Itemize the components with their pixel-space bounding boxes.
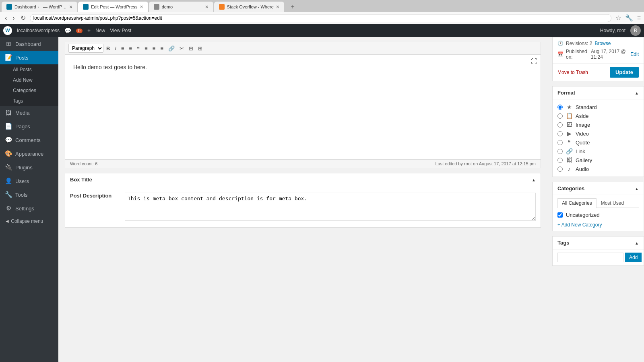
collapse-menu[interactable]: ◄ Collapse menu (0, 215, 58, 227)
comments-icon[interactable]: 💬 (64, 27, 71, 34)
meta-box-header[interactable]: Box Title (65, 173, 541, 186)
insert-table-button[interactable]: ⊞ (187, 44, 195, 53)
submenu-categories[interactable]: Categories (0, 85, 58, 96)
format-radio-standard[interactable] (557, 105, 563, 110)
format-radio-link[interactable] (557, 149, 563, 154)
format-radio-image[interactable] (557, 122, 563, 128)
forward-button[interactable]: › (11, 14, 16, 23)
sidebar-item-comments[interactable]: 💬 Comments (0, 133, 58, 147)
format-option-aside: 📋 Aside (557, 111, 639, 120)
comments-sidebar-icon: 💬 (5, 136, 12, 144)
sidebar-label-users: Users (15, 178, 29, 184)
category-checkbox-uncategorized[interactable] (557, 212, 563, 218)
format-box-header[interactable]: Format (553, 86, 644, 99)
align-center-button[interactable]: ≡ (151, 44, 158, 53)
sidebar-item-dashboard[interactable]: ⊞ Dashboard (0, 37, 58, 51)
submenu-tags[interactable]: Tags (0, 96, 58, 106)
view-post-link[interactable]: View Post (110, 28, 131, 33)
plus-icon: + (87, 27, 91, 34)
tab4-close[interactable]: × (276, 4, 279, 10)
tags-box-header[interactable]: Tags (553, 237, 644, 249)
tab-1[interactable]: Dashboard ← — WordPress × (2, 2, 77, 12)
tab3-close[interactable]: × (205, 4, 208, 10)
sidebar: ⊞ Dashboard 📝 Posts All Posts Add New Ca… (0, 37, 58, 362)
format-radio-video[interactable] (557, 131, 563, 136)
bookmark-icon[interactable]: ☆ (615, 14, 621, 22)
meta-box-textarea[interactable]: This is meta box content and description… (125, 193, 536, 221)
image-icon: 🖼 (566, 121, 572, 128)
published-date: Aug 17, 2017 @ 11:24 (591, 49, 628, 60)
url-input[interactable] (30, 14, 611, 22)
tab-2[interactable]: Edit Post — WordPress × (78, 2, 148, 12)
new-link[interactable]: New (95, 28, 105, 33)
paragraph-select[interactable]: Paragraph (68, 44, 103, 53)
format-radio-audio[interactable] (557, 167, 563, 172)
tab-most-used[interactable]: Most Used (597, 198, 628, 208)
format-label-audio: Audio (576, 166, 589, 172)
add-category-link[interactable]: + Add New Category (557, 222, 602, 228)
sidebar-label-settings: Settings (15, 206, 34, 212)
editor-content[interactable]: Hello demo text goes to here. (73, 63, 533, 151)
insert-table2-button[interactable]: ⊞ (196, 44, 204, 53)
sidebar-item-users[interactable]: 👤 Users (0, 174, 58, 188)
tags-input[interactable] (557, 253, 623, 262)
unordered-list-button[interactable]: ≡ (127, 44, 134, 53)
menu-icon[interactable]: ≡ (637, 14, 641, 22)
fullscreen-button[interactable]: ⛶ (531, 58, 537, 65)
users-icon: 👤 (5, 177, 12, 185)
sidebar-item-appearance[interactable]: 🎨 Appearance (0, 147, 58, 160)
dashboard-icon: ⊞ (5, 40, 12, 47)
blockquote-button[interactable]: ❝ (135, 44, 142, 53)
submenu-add-new[interactable]: Add New (0, 75, 58, 85)
categories-box-header[interactable]: Categories (553, 182, 644, 195)
extensions-icon[interactable]: 🔧 (625, 14, 633, 22)
tab-4[interactable]: Stack Overflow - Where × (214, 2, 284, 12)
format-toggle-icon (635, 90, 639, 96)
tab2-close[interactable]: × (140, 4, 143, 10)
align-left-button[interactable]: ≡ (142, 44, 150, 53)
wp-logo: W (3, 26, 12, 35)
format-radio-quote[interactable] (557, 140, 563, 145)
meta-box-body: Post Description This is meta box conten… (65, 186, 541, 227)
sidebar-item-posts[interactable]: 📝 Posts (0, 51, 58, 64)
add-tag-button[interactable]: Add (625, 253, 642, 262)
format-radio-gallery[interactable] (557, 158, 563, 163)
bold-button[interactable]: B (104, 44, 112, 53)
sidebar-label-pages: Pages (15, 123, 30, 130)
site-name[interactable]: localhost/wordpress (17, 28, 60, 33)
submenu-all-posts[interactable]: All Posts (0, 64, 58, 75)
format-option-standard: ★ Standard (557, 103, 639, 111)
tags-title: Tags (557, 240, 569, 246)
tab-all-categories[interactable]: All Categories (557, 198, 597, 208)
format-option-gallery: 🖼 Gallery (557, 156, 639, 165)
ordered-list-button[interactable]: ≡ (119, 44, 126, 53)
sidebar-item-plugins[interactable]: 🔌 Plugins (0, 160, 58, 174)
sidebar-item-tools[interactable]: 🔧 Tools (0, 188, 58, 202)
format-label-video: Video (576, 131, 589, 137)
sidebar-item-pages[interactable]: 📄 Pages (0, 119, 58, 133)
new-tab-button[interactable]: + (287, 2, 299, 12)
format-title: Format (557, 90, 575, 96)
published-label: Published on: (566, 49, 588, 60)
remove-link-button[interactable]: ✂ (178, 44, 186, 53)
back-button[interactable]: ‹ (3, 14, 8, 23)
edit-publish-link[interactable]: Edit (630, 51, 639, 57)
refresh-button[interactable]: ↻ (19, 13, 27, 23)
sidebar-item-settings[interactable]: ⚙ Settings (0, 202, 58, 215)
format-radio-aside[interactable] (557, 113, 563, 119)
format-box: Format ★ Standard 📋 Aside 🖼 Image (552, 86, 644, 177)
sidebar-item-media[interactable]: 🖼 Media (0, 106, 58, 119)
category-item-uncategorized: Uncategorized (557, 211, 639, 219)
tab-3[interactable]: demo × (149, 2, 213, 12)
tab1-close[interactable]: × (69, 4, 72, 10)
insert-link-button[interactable]: 🔗 (166, 44, 177, 53)
browse-link[interactable]: Browse (594, 41, 611, 46)
tab4-label: Stack Overflow - Where (227, 4, 274, 9)
align-right-button[interactable]: ≡ (158, 44, 165, 53)
tags-box-body: Add (553, 249, 644, 265)
format-label-aside: Aside (576, 113, 589, 119)
update-button[interactable]: Update (610, 67, 639, 78)
format-option-quote: ❝ Quote (557, 138, 639, 147)
move-to-trash-link[interactable]: Move to Trash (557, 70, 588, 75)
italic-button[interactable]: I (113, 44, 118, 53)
